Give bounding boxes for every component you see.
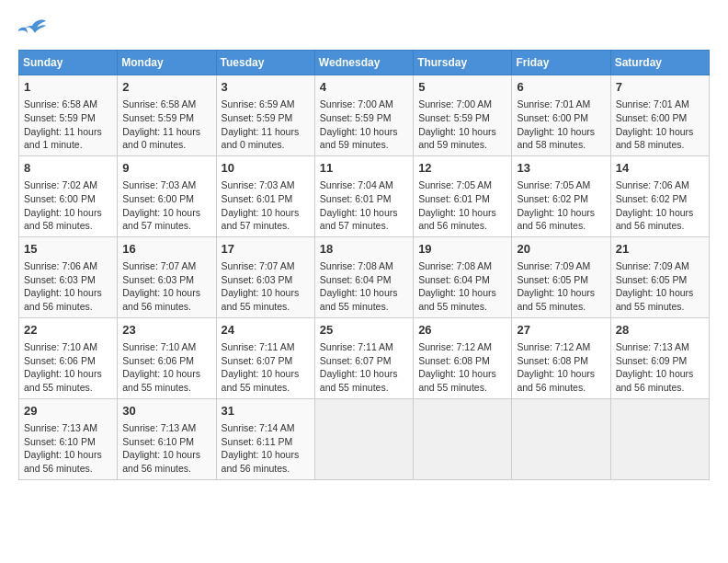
sunrise-text: Sunrise: 7:11 AM — [320, 341, 393, 352]
sunset-text: Sunset: 6:00 PM — [122, 193, 194, 204]
sunset-text: Sunset: 6:08 PM — [418, 355, 490, 366]
day-number: 28 — [616, 322, 704, 339]
daylight-text: Daylight: 11 hours and 1 minute. — [24, 126, 102, 151]
calendar-cell: 10Sunrise: 7:03 AMSunset: 6:01 PMDayligh… — [216, 155, 314, 236]
sunset-text: Sunset: 6:05 PM — [616, 274, 688, 285]
day-number: 4 — [320, 79, 408, 96]
sunset-text: Sunset: 6:08 PM — [517, 355, 588, 366]
calendar-cell: 14Sunrise: 7:06 AMSunset: 6:02 PMDayligh… — [610, 155, 709, 236]
day-number: 12 — [418, 160, 506, 177]
daylight-text: Daylight: 10 hours and 56 minutes. — [122, 287, 200, 312]
sunrise-text: Sunrise: 7:05 AM — [418, 179, 492, 190]
day-number: 10 — [222, 160, 310, 177]
sunrise-text: Sunrise: 7:09 AM — [517, 260, 590, 271]
sunset-text: Sunset: 5:59 PM — [222, 112, 293, 123]
sunset-text: Sunset: 6:05 PM — [517, 274, 588, 285]
calendar-cell: 7Sunrise: 7:01 AMSunset: 6:00 PMDaylight… — [610, 75, 709, 156]
sunset-text: Sunset: 6:03 PM — [222, 274, 293, 285]
daylight-text: Daylight: 10 hours and 55 minutes. — [320, 287, 398, 312]
sunset-text: Sunset: 5:59 PM — [418, 112, 490, 123]
sunrise-text: Sunrise: 7:04 AM — [320, 179, 393, 190]
calendar-cell: 17Sunrise: 7:07 AMSunset: 6:03 PMDayligh… — [216, 236, 314, 317]
calendar-cell: 23Sunrise: 7:10 AMSunset: 6:06 PMDayligh… — [118, 317, 216, 398]
daylight-text: Daylight: 10 hours and 57 minutes. — [320, 207, 398, 232]
calendar-week-row: 8Sunrise: 7:02 AMSunset: 6:00 PMDaylight… — [19, 155, 710, 236]
sunset-text: Sunset: 6:11 PM — [222, 436, 293, 447]
sunset-text: Sunset: 6:00 PM — [517, 112, 588, 123]
calendar-cell: 1Sunrise: 6:58 AMSunset: 5:59 PMDaylight… — [19, 75, 118, 156]
daylight-text: Daylight: 10 hours and 56 minutes. — [517, 368, 595, 393]
daylight-text: Daylight: 10 hours and 55 minutes. — [222, 368, 300, 393]
day-of-week-header: Monday — [118, 51, 216, 75]
sunrise-text: Sunrise: 7:08 AM — [418, 260, 492, 271]
sunset-text: Sunset: 6:04 PM — [418, 274, 490, 285]
daylight-text: Daylight: 10 hours and 58 minutes. — [616, 126, 694, 151]
day-number: 29 — [24, 403, 112, 419]
daylight-text: Daylight: 10 hours and 56 minutes. — [24, 449, 102, 474]
calendar-cell: 15Sunrise: 7:06 AMSunset: 6:03 PMDayligh… — [19, 236, 118, 317]
sunrise-text: Sunrise: 6:58 AM — [24, 98, 97, 109]
day-of-week-header: Sunday — [19, 51, 118, 75]
sunset-text: Sunset: 6:02 PM — [517, 193, 588, 204]
calendar-cell: 22Sunrise: 7:10 AMSunset: 6:06 PMDayligh… — [19, 317, 118, 398]
daylight-text: Daylight: 10 hours and 55 minutes. — [418, 368, 496, 393]
sunrise-text: Sunrise: 7:13 AM — [616, 341, 689, 352]
calendar-cell: 8Sunrise: 7:02 AMSunset: 6:00 PMDaylight… — [19, 155, 118, 236]
sunrise-text: Sunrise: 7:01 AM — [616, 98, 689, 109]
sunrise-text: Sunrise: 7:14 AM — [222, 422, 295, 433]
day-number: 19 — [418, 241, 506, 258]
daylight-text: Daylight: 10 hours and 55 minutes. — [320, 368, 398, 393]
day-number: 22 — [24, 322, 112, 339]
calendar-cell: 31Sunrise: 7:14 AMSunset: 6:11 PMDayligh… — [216, 398, 314, 479]
calendar-cell — [610, 398, 709, 479]
sunrise-text: Sunrise: 6:59 AM — [222, 98, 295, 109]
sunset-text: Sunset: 6:01 PM — [320, 193, 392, 204]
calendar-cell: 4Sunrise: 7:00 AMSunset: 5:59 PMDaylight… — [314, 75, 413, 156]
logo-icon — [18, 18, 46, 40]
day-number: 13 — [517, 160, 605, 177]
day-of-week-header: Friday — [512, 51, 610, 75]
sunrise-text: Sunrise: 7:13 AM — [122, 422, 196, 433]
sunrise-text: Sunrise: 7:13 AM — [24, 422, 97, 433]
daylight-text: Daylight: 10 hours and 56 minutes. — [517, 207, 595, 232]
daylight-text: Daylight: 10 hours and 55 minutes. — [222, 287, 300, 312]
calendar-cell: 19Sunrise: 7:08 AMSunset: 6:04 PMDayligh… — [414, 236, 512, 317]
calendar-cell: 5Sunrise: 7:00 AMSunset: 5:59 PMDaylight… — [414, 75, 512, 156]
sunrise-text: Sunrise: 7:01 AM — [517, 98, 590, 109]
sunrise-text: Sunrise: 6:58 AM — [122, 98, 196, 109]
sunset-text: Sunset: 6:01 PM — [418, 193, 490, 204]
daylight-text: Daylight: 10 hours and 57 minutes. — [122, 207, 200, 232]
day-number: 24 — [222, 322, 310, 339]
daylight-text: Daylight: 10 hours and 55 minutes. — [24, 368, 102, 393]
sunrise-text: Sunrise: 7:10 AM — [122, 341, 196, 352]
day-number: 2 — [122, 79, 210, 96]
day-number: 7 — [616, 79, 704, 96]
calendar-cell: 25Sunrise: 7:11 AMSunset: 6:07 PMDayligh… — [314, 317, 413, 398]
sunrise-text: Sunrise: 7:00 AM — [418, 98, 492, 109]
calendar-week-row: 15Sunrise: 7:06 AMSunset: 6:03 PMDayligh… — [19, 236, 710, 317]
sunset-text: Sunset: 6:03 PM — [122, 274, 194, 285]
daylight-text: Daylight: 10 hours and 58 minutes. — [24, 207, 102, 232]
calendar-cell: 2Sunrise: 6:58 AMSunset: 5:59 PMDaylight… — [118, 75, 216, 156]
day-number: 25 — [320, 322, 408, 339]
daylight-text: Daylight: 10 hours and 58 minutes. — [517, 126, 595, 151]
day-number: 11 — [320, 160, 408, 177]
header-row: SundayMondayTuesdayWednesdayThursdayFrid… — [19, 51, 710, 75]
day-number: 16 — [122, 241, 210, 258]
page-header — [18, 18, 710, 40]
calendar-cell: 30Sunrise: 7:13 AMSunset: 6:10 PMDayligh… — [118, 398, 216, 479]
day-of-week-header: Thursday — [414, 51, 512, 75]
sunrise-text: Sunrise: 7:02 AM — [24, 179, 97, 190]
sunset-text: Sunset: 6:09 PM — [616, 355, 688, 366]
calendar-cell: 26Sunrise: 7:12 AMSunset: 6:08 PMDayligh… — [414, 317, 512, 398]
sunset-text: Sunset: 6:03 PM — [24, 274, 96, 285]
calendar-cell: 11Sunrise: 7:04 AMSunset: 6:01 PMDayligh… — [314, 155, 413, 236]
sunrise-text: Sunrise: 7:03 AM — [122, 179, 196, 190]
calendar-cell: 18Sunrise: 7:08 AMSunset: 6:04 PMDayligh… — [314, 236, 413, 317]
calendar-week-row: 1Sunrise: 6:58 AMSunset: 5:59 PMDaylight… — [19, 75, 710, 156]
sunrise-text: Sunrise: 7:06 AM — [24, 260, 97, 271]
calendar-week-row: 22Sunrise: 7:10 AMSunset: 6:06 PMDayligh… — [19, 317, 710, 398]
sunset-text: Sunset: 6:07 PM — [222, 355, 293, 366]
sunrise-text: Sunrise: 7:09 AM — [616, 260, 689, 271]
calendar-cell: 29Sunrise: 7:13 AMSunset: 6:10 PMDayligh… — [19, 398, 118, 479]
